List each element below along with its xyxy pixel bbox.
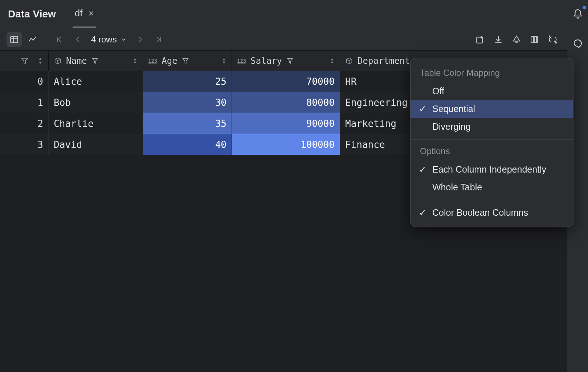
popup-section-title: Table Color Mapping — [411, 65, 573, 82]
check-icon: ✓ — [418, 164, 427, 175]
ai-assistant-button[interactable] — [570, 36, 585, 51]
open-new-tab-button[interactable] — [473, 32, 488, 47]
cell-salary[interactable]: 80000 — [232, 92, 340, 113]
svg-rect-12 — [534, 36, 537, 42]
tab-label: df — [75, 8, 83, 19]
svg-marker-16 — [39, 62, 42, 64]
column-header-salary[interactable]: 123 Salary — [232, 51, 340, 71]
svg-marker-22 — [223, 61, 225, 63]
cell-name[interactable]: David — [49, 134, 143, 155]
refresh-button[interactable] — [545, 32, 560, 47]
columns-button[interactable] — [527, 32, 542, 47]
column-header-index[interactable] — [0, 51, 49, 71]
column-label: Salary — [250, 56, 282, 66]
tab-df[interactable]: df — [73, 0, 97, 28]
menu-item-whole-table[interactable]: Whole Table — [411, 178, 573, 196]
popup-section-title: Options — [411, 143, 573, 161]
svg-rect-2 — [11, 36, 18, 42]
column-label: Age — [162, 56, 177, 66]
menu-item-off[interactable]: Off — [411, 82, 573, 100]
check-icon: ✓ — [418, 104, 427, 114]
svg-marker-25 — [331, 61, 334, 63]
cell-name[interactable]: Charlie — [49, 113, 143, 134]
cell-name[interactable]: Alice — [49, 71, 143, 92]
page-first-button[interactable] — [52, 32, 67, 47]
svg-marker-17 — [92, 58, 98, 63]
cell-index: 2 — [0, 113, 49, 134]
cell-salary[interactable]: 90000 — [232, 113, 340, 134]
sort-icon[interactable] — [330, 58, 335, 64]
page-last-button[interactable] — [151, 32, 166, 47]
panel-title: Data View — [8, 8, 56, 20]
number-type-icon: 123 — [148, 58, 157, 64]
svg-marker-24 — [331, 58, 334, 60]
menu-item-diverging[interactable]: Diverging — [411, 118, 573, 136]
filter-icon[interactable] — [286, 57, 294, 65]
svg-point-10 — [516, 41, 517, 42]
menu-item-label: Off — [432, 86, 444, 96]
page-prev-button[interactable] — [70, 32, 85, 47]
object-type-icon — [345, 57, 353, 65]
svg-marker-14 — [22, 58, 28, 63]
column-label: Name — [66, 56, 87, 66]
filter-icon[interactable] — [182, 57, 189, 65]
cell-salary[interactable]: 100000 — [232, 134, 340, 155]
sort-icon[interactable] — [37, 57, 43, 65]
svg-marker-20 — [183, 58, 188, 63]
menu-item-label: Sequential — [432, 104, 475, 114]
color-mapping-button[interactable] — [509, 32, 524, 47]
chevron-down-icon — [121, 36, 127, 43]
svg-marker-19 — [134, 61, 136, 63]
svg-marker-21 — [223, 58, 225, 60]
sort-icon[interactable] — [221, 58, 226, 64]
notifications-button[interactable] — [570, 7, 585, 22]
cell-age[interactable]: 40 — [143, 134, 232, 155]
menu-item-label: Each Column Independently — [432, 164, 546, 175]
column-header-name[interactable]: Name — [49, 51, 143, 71]
cell-name[interactable]: Bob — [49, 92, 143, 113]
filter-icon[interactable] — [91, 57, 99, 65]
svg-marker-15 — [39, 58, 42, 60]
chart-view-button[interactable] — [25, 32, 40, 47]
cell-index: 1 — [0, 92, 49, 113]
menu-item-each-column[interactable]: ✓ Each Column Independently — [411, 161, 573, 178]
cell-age[interactable]: 35 — [143, 113, 232, 134]
notification-dot — [583, 6, 586, 9]
check-icon: ✓ — [418, 207, 427, 218]
menu-item-label: Color Boolean Columns — [432, 207, 528, 218]
column-label: Department — [358, 56, 410, 66]
divider — [46, 34, 46, 45]
color-mapping-popup: Table Color Mapping Off ✓ Sequential Div… — [410, 58, 573, 227]
svg-rect-11 — [531, 36, 534, 42]
svg-marker-18 — [134, 58, 136, 60]
svg-marker-23 — [287, 58, 293, 63]
cell-age[interactable]: 25 — [143, 71, 232, 92]
menu-item-sequential[interactable]: ✓ Sequential — [411, 100, 573, 118]
number-type-icon: 123 — [237, 58, 246, 64]
menu-item-color-boolean[interactable]: ✓ Color Boolean Columns — [411, 204, 573, 222]
cell-index: 0 — [0, 71, 49, 92]
download-button[interactable] — [491, 32, 506, 47]
cell-age[interactable]: 30 — [143, 92, 232, 113]
object-type-icon — [54, 57, 62, 65]
cell-salary[interactable]: 70000 — [232, 71, 340, 92]
menu-item-label: Whole Table — [432, 182, 482, 193]
menu-item-label: Diverging — [432, 121, 471, 132]
column-header-age[interactable]: 123 Age — [143, 51, 232, 71]
table-view-button[interactable] — [7, 32, 22, 47]
page-next-button[interactable] — [133, 32, 148, 47]
filter-icon[interactable] — [21, 57, 29, 65]
close-icon[interactable] — [88, 11, 94, 16]
cell-index: 3 — [0, 134, 49, 155]
row-count-dropdown[interactable]: 4 rows — [88, 34, 130, 45]
row-count-label: 4 rows — [91, 34, 117, 45]
sort-icon[interactable] — [132, 58, 138, 64]
